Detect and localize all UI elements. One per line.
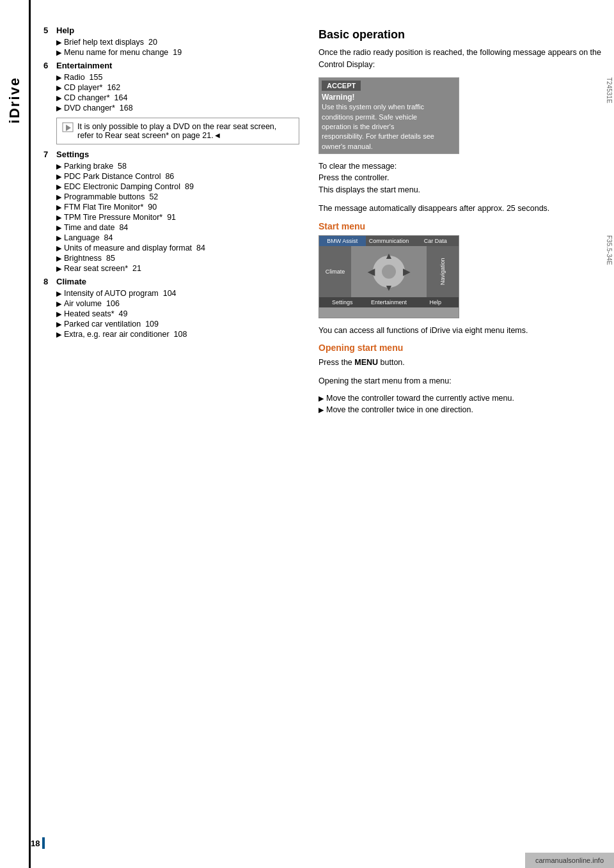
list-item: ▶ Heated seats* 49 [56, 309, 299, 318]
list-item: ▶ Language 84 [56, 233, 299, 242]
warning-image: ACCEPT Warning! Use this system only whe… [319, 77, 459, 154]
list-item: ▶ EDC Electronic Damping Control 89 [56, 182, 299, 191]
arrow-icon: ▶ [56, 265, 61, 273]
arrow-icon: ▶ [56, 183, 61, 191]
menu-side-navigation: Navigation [427, 246, 459, 297]
page-ref: 89 [185, 182, 194, 191]
list-item: ▶ Brief help text displays 20 [56, 38, 299, 47]
item-text: Parking brake 58 [64, 162, 127, 171]
right-arrow-icon: ▶ [403, 267, 410, 277]
section-7-row: 7 Settings [43, 150, 299, 159]
down-arrow-icon: ▼ [384, 283, 393, 293]
arrow-icon: ▶ [56, 203, 61, 212]
opening-heading: Opening start menu [319, 343, 601, 353]
warning-line-4: responsibility. For further details see [322, 132, 456, 141]
arrow-icon: ▶ [56, 193, 61, 201]
controller-center [382, 265, 396, 279]
bullet-text-2: Move the controller twice in one directi… [326, 405, 473, 414]
arrow-icon: ▶ [56, 254, 61, 263]
note-text: It is only possible to play a DVD on the… [77, 122, 294, 140]
left-arrow-icon: ◀ [368, 267, 375, 277]
page-ref: 20 [148, 38, 157, 47]
page-ref: 155 [90, 73, 103, 82]
opening-text-2: Opening the start menu from a menu: [319, 375, 601, 387]
item-text: Units of measure and display format 84 [64, 244, 205, 252]
page-ref: 21 [132, 264, 141, 273]
item-text: PDC Park Distance Control 86 [64, 172, 174, 181]
page-ref: 90 [148, 203, 157, 212]
list-item: ▶ Brightness 85 [56, 254, 299, 263]
section-6-label: Entertainment [56, 61, 112, 70]
section-8-label: Climate [56, 277, 86, 286]
menu-controller-area: ◀ ▶ ▲ ▼ [351, 246, 427, 297]
item-text: Intensity of AUTO program 104 [64, 289, 177, 298]
section-5-label: Help [56, 26, 74, 35]
page-ref: 19 [173, 48, 182, 57]
page-ref: 52 [149, 192, 158, 201]
menu-bottom-help: Help [412, 297, 459, 307]
page-ref: 108 [174, 330, 187, 339]
section-7-label: Settings [56, 150, 89, 159]
list-item: ▶ Radio 155 [56, 73, 299, 82]
list-item: ▶ PDC Park Distance Control 86 [56, 172, 299, 181]
bullet-item-1: ▶ Move the controller toward the current… [319, 394, 601, 403]
arrow-icon: ▶ [56, 224, 61, 232]
bullet-text-1: Move the controller toward the currently… [326, 394, 514, 403]
item-text: TPM Tire Pressure Monitor* 91 [64, 213, 176, 222]
warning-line-1: Use this system only when traffic [322, 102, 456, 112]
page-ref: 164 [114, 93, 128, 102]
page-ref: 58 [118, 162, 127, 171]
list-item: ▶ CD player* 162 [56, 83, 299, 92]
start-menu-heading: Start menu [319, 221, 601, 231]
list-item: ▶ Intensity of AUTO program 104 [56, 289, 299, 298]
right-column: Basic operation Once the radio ready pos… [312, 19, 614, 868]
menu-bottom-entertainment: Entertainment [366, 297, 413, 307]
section-8-num: 8 [43, 277, 56, 286]
list-item: ▶ DVD changer* 168 [56, 104, 299, 112]
watermark: carmanualsonline.info [525, 853, 614, 868]
page-ref: 84 [196, 244, 205, 252]
left-column: 5 Help ▶ Brief help text displays 20 ▶ M… [31, 19, 312, 868]
item-text: Programmable buttons 52 [64, 192, 158, 201]
idrive-menu-wrap: BMW Assist Communication Car Data Climat… [319, 235, 601, 318]
page-ref: 104 [163, 289, 177, 298]
arrow-icon: ▶ [56, 300, 61, 308]
list-item: ▶ Parking brake 58 [56, 162, 299, 171]
controller: ◀ ▶ ▲ ▼ [366, 249, 411, 294]
warning-title: Warning! [322, 92, 456, 103]
menu-side-climate: Climate [319, 246, 351, 297]
item-text: Radio 155 [64, 73, 102, 82]
item-text: Time and date 84 [64, 223, 128, 232]
page-ref: 109 [145, 320, 159, 329]
list-item: ▶ Extra, e.g. rear air conditioner 108 [56, 330, 299, 339]
warning-image-wrap: ACCEPT Warning! Use this system only whe… [319, 77, 601, 154]
bullet-item-2: ▶ Move the controller twice in one direc… [319, 405, 601, 414]
arrow-icon: ▶ [56, 49, 61, 57]
sidebar: iDrive [0, 0, 31, 868]
list-item: ▶ CD changer* 164 [56, 93, 299, 102]
list-item: ▶ Units of measure and display format 84 [56, 244, 299, 252]
page-ref: 85 [106, 254, 115, 263]
arrow-icon: ▶ [56, 104, 61, 112]
dvd-note: It is only possible to play a DVD on the… [56, 118, 299, 144]
page-ref: 162 [107, 83, 120, 92]
page-ref: 84 [119, 223, 128, 232]
accept-button-label: ACCEPT [322, 81, 361, 91]
warning-line-3: operation is the driver's [322, 122, 456, 132]
list-item: ▶ FTM Flat Tire Monitor* 90 [56, 203, 299, 212]
item-text: EDC Electronic Damping Control 89 [64, 182, 194, 191]
up-arrow-icon: ▲ [384, 251, 393, 261]
clear-message-text: To clear the message: Press the controll… [319, 160, 601, 196]
main-heading: Basic operation [319, 28, 601, 42]
item-text: Extra, e.g. rear air conditioner 108 [64, 330, 187, 339]
page-ref: 91 [167, 213, 176, 222]
menu-top-bmw: BMW Assist [319, 236, 366, 246]
list-item: ▶ Parked car ventilation 109 [56, 320, 299, 329]
list-item: ▶ Rear seat screen* 21 [56, 264, 299, 273]
section-8-row: 8 Climate [43, 277, 299, 286]
item-text: DVD changer* 168 [64, 104, 133, 112]
arrow-icon: ▶ [56, 173, 61, 181]
arrow-icon: ▶ [56, 74, 61, 82]
section-5-num: 5 [43, 26, 56, 35]
page-ref: 49 [118, 309, 127, 318]
